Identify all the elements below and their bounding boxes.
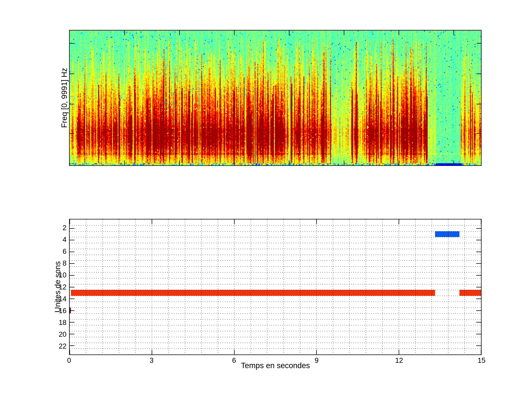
y-tick-label-14: 14 bbox=[46, 295, 66, 302]
figure: Freq [0, 9991] Hz Unites de sons Temps e… bbox=[0, 0, 532, 399]
units-chart-axes bbox=[69, 219, 481, 355]
x-tick-label-12: 12 bbox=[395, 357, 403, 364]
x-tick-label-0: 0 bbox=[67, 357, 71, 364]
x-tick-label-6: 6 bbox=[232, 357, 236, 364]
y-tick-label-4: 4 bbox=[46, 236, 66, 243]
y-tick-label-16: 16 bbox=[46, 307, 66, 314]
y-tick-label-6: 6 bbox=[46, 248, 66, 255]
y-tick-label-12: 12 bbox=[46, 284, 66, 291]
y-tick-label-10: 10 bbox=[46, 272, 66, 279]
y-tick-label-18: 18 bbox=[46, 319, 66, 326]
x-tick-label-3: 3 bbox=[150, 357, 153, 364]
x-tick-label-15: 15 bbox=[478, 357, 485, 364]
spectrogram-ylabel: Freq [0, 9991] Hz bbox=[60, 68, 68, 128]
spectrogram-canvas bbox=[70, 31, 481, 165]
spectrogram-axes bbox=[69, 30, 481, 166]
x-tick-label-9: 9 bbox=[315, 357, 318, 364]
units-chart-xlabel: Temps en secondes bbox=[241, 362, 310, 369]
y-tick-label-22: 22 bbox=[46, 343, 66, 350]
y-tick-label-2: 2 bbox=[46, 224, 66, 231]
y-tick-label-20: 20 bbox=[46, 331, 66, 338]
grid-canvas bbox=[70, 219, 481, 355]
y-tick-label-8: 8 bbox=[46, 260, 66, 267]
